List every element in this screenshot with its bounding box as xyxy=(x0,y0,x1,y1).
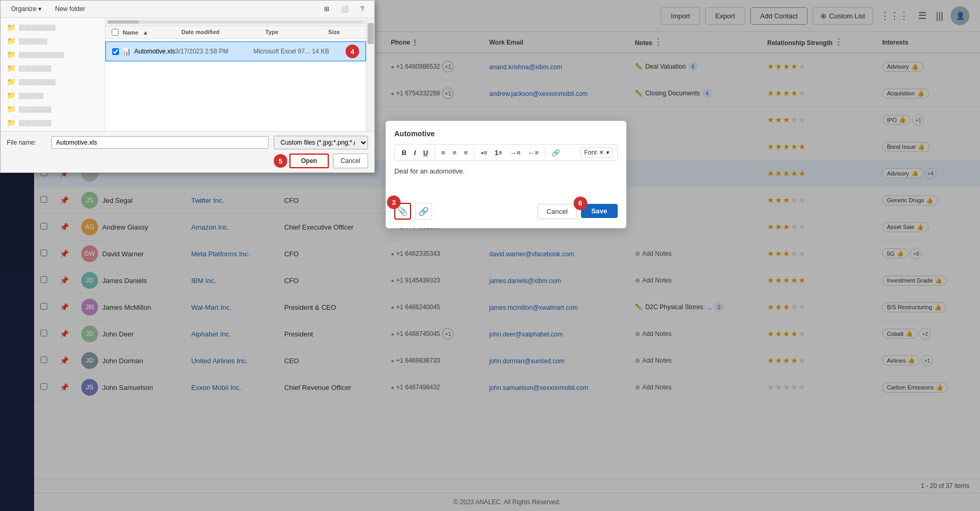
folder-icon: 📁 xyxy=(7,91,16,100)
align-left-button[interactable]: ≡ xyxy=(438,148,448,158)
scroll-thumb xyxy=(368,23,374,44)
new-folder-button[interactable]: New folder xyxy=(51,4,89,14)
scroll-bar-top xyxy=(105,18,366,26)
folder-icon: 📁 xyxy=(7,37,16,45)
file-left-panel: 📁▒▒▒▒▒▒▒▒▒ 📁▒▒▒▒▒▒▒ 📁▒▒▒▒▒▒▒▒▒▒▒ 📁▒▒▒▒▒▒… xyxy=(1,18,105,131)
left-folder-1[interactable]: 📁▒▒▒▒▒▒▒▒▒ xyxy=(1,20,105,34)
italic-button[interactable]: I xyxy=(411,148,418,158)
folder-icon: 📁 xyxy=(7,105,16,113)
bullet-list-button[interactable]: •≡ xyxy=(478,148,490,158)
notes-cancel-button[interactable]: Cancel xyxy=(537,204,576,219)
folder-icon: 📁 xyxy=(7,50,16,59)
toolbar-separator-3 xyxy=(545,148,545,157)
toolbar-help-btn[interactable]: ? xyxy=(356,4,368,14)
file-dialog: Organize ▾ New folder ⊞ ⬜ ? 📁▒▒▒▒▒▒▒▒▒ 📁… xyxy=(0,0,375,173)
link-attach-button[interactable]: 🔗 xyxy=(415,203,432,220)
organize-button[interactable]: Organize ▾ xyxy=(7,4,46,14)
notes-modal: Automotive B I U ≡ ≡ ≡ •≡ 1≡ →≡ ←≡ 🔗 Fon… xyxy=(385,121,627,229)
outdent-button[interactable]: ←≡ xyxy=(525,148,542,158)
folder-icon: 📁 xyxy=(7,118,16,127)
notes-content-text: Deal for an automotive. xyxy=(394,167,465,175)
filename-label: File name: xyxy=(7,139,46,146)
toolbar-separator-1 xyxy=(434,148,435,157)
toolbar-layout-btn[interactable]: ⬜ xyxy=(337,4,353,14)
left-folder-8[interactable]: 📁▒▒▒▒▒▒▒▒ xyxy=(1,116,105,129)
left-folder-2[interactable]: 📁▒▒▒▒▒▒▒ xyxy=(1,34,105,48)
folder-icon: 📁 xyxy=(7,78,16,86)
col-size-header[interactable]: Size xyxy=(328,29,360,36)
attach-icon-container: 3 📎 xyxy=(394,203,411,220)
excel-icon: 📊 xyxy=(122,47,131,56)
file-name-row: File name: Custom files (*.jpg;*.png;*.g… xyxy=(7,136,368,149)
notes-btn-row: Cancel 6 Save xyxy=(537,204,618,219)
file-item-automotive[interactable]: 📊 Automotive.xls 3/17/2023 2:58 PM Micro… xyxy=(105,41,366,61)
toolbar-view-btn[interactable]: ⊞ xyxy=(320,4,333,14)
file-select-all[interactable] xyxy=(112,29,119,36)
font-chevron-icon[interactable]: ▾ xyxy=(606,149,609,156)
numbered-list-button[interactable]: 1≡ xyxy=(492,148,505,158)
file-cancel-button[interactable]: Cancel xyxy=(333,154,368,168)
file-name-text: Automotive.xls xyxy=(134,48,175,55)
step-5-badge: 5 xyxy=(274,154,287,168)
file-dialog-content: 📁▒▒▒▒▒▒▒▒▒ 📁▒▒▒▒▒▒▒ 📁▒▒▒▒▒▒▒▒▒▒▒ 📁▒▒▒▒▒▒… xyxy=(1,18,374,131)
file-dialog-toolbar: Organize ▾ New folder ⊞ ⬜ ? xyxy=(1,1,374,18)
file-date: 3/17/2023 2:58 PM xyxy=(175,48,253,55)
file-checkbox[interactable] xyxy=(112,48,119,55)
left-folder-5[interactable]: 📁▒▒▒▒▒▒▒▒▒ xyxy=(1,75,105,89)
notes-footer: 3 📎 🔗 Cancel 6 Save xyxy=(394,203,618,220)
scroll-thumb xyxy=(107,20,139,24)
open-btn-container: 5 Open xyxy=(289,154,329,168)
notes-toolbar: B I U ≡ ≡ ≡ •≡ 1≡ →≡ ←≡ 🔗 Font ✕ ▾ xyxy=(394,144,618,161)
filename-input[interactable] xyxy=(51,136,268,149)
left-folder-6[interactable]: 📁▒▒▒▒▒▒ xyxy=(1,89,105,102)
notes-icons: 3 📎 🔗 xyxy=(394,203,432,220)
col-date-header[interactable]: Date modified xyxy=(181,29,265,36)
col-type-header[interactable]: Type xyxy=(265,29,328,36)
font-label: Font xyxy=(584,149,597,156)
file-open-button[interactable]: Open xyxy=(289,154,329,168)
col-name-header[interactable]: Name ▲ xyxy=(112,29,181,36)
file-list-area: 📊 Automotive.xls 3/17/2023 2:58 PM Micro… xyxy=(105,39,366,131)
step-4-badge: 4 xyxy=(346,45,359,58)
notes-title: Automotive xyxy=(394,129,618,138)
left-folder-3[interactable]: 📁▒▒▒▒▒▒▒▒▒▒▒ xyxy=(1,48,105,61)
left-folder-4[interactable]: 📁▒▒▒▒▒▒▒▒ xyxy=(1,61,105,75)
file-type: Microsoft Excel 97... xyxy=(253,48,312,55)
indent-button[interactable]: →≡ xyxy=(507,148,523,158)
save-btn-container: 6 Save xyxy=(581,204,618,219)
step-4-container: 4 xyxy=(346,45,359,58)
toolbar-separator-2 xyxy=(474,148,475,157)
bold-button[interactable]: B xyxy=(399,148,409,158)
filetype-select[interactable]: Custom files (*.jpg;*.png;*.gif;*. xyxy=(274,136,368,149)
align-right-button[interactable]: ≡ xyxy=(461,148,471,158)
underline-button[interactable]: U xyxy=(421,148,430,158)
file-dialog-bottom: File name: Custom files (*.jpg;*.png;*.g… xyxy=(1,131,374,172)
file-size: 14 KB xyxy=(312,48,341,55)
font-close-icon[interactable]: ✕ xyxy=(599,149,604,156)
file-list-header: Name ▲ Date modified Type Size xyxy=(105,26,366,39)
left-folder-7[interactable]: 📁▒▒▒▒▒▒▒▒ xyxy=(1,102,105,116)
file-btn-row: 5 Open Cancel xyxy=(7,154,368,168)
folder-icon: 📁 xyxy=(7,64,16,72)
step-3-badge: 3 xyxy=(387,195,401,209)
notes-content: Deal for an automotive. xyxy=(394,165,618,197)
scroll-track xyxy=(107,20,364,24)
folder-icon: 📁 xyxy=(7,23,16,31)
step-6-badge: 6 xyxy=(574,197,587,210)
link-button[interactable]: 🔗 xyxy=(549,148,563,158)
file-main-panel: Name ▲ Date modified Type Size 📊 Automot… xyxy=(105,18,366,131)
font-dropdown[interactable]: Font ✕ ▾ xyxy=(580,147,613,158)
vertical-scrollbar[interactable] xyxy=(366,18,374,131)
align-center-button[interactable]: ≡ xyxy=(450,148,459,158)
